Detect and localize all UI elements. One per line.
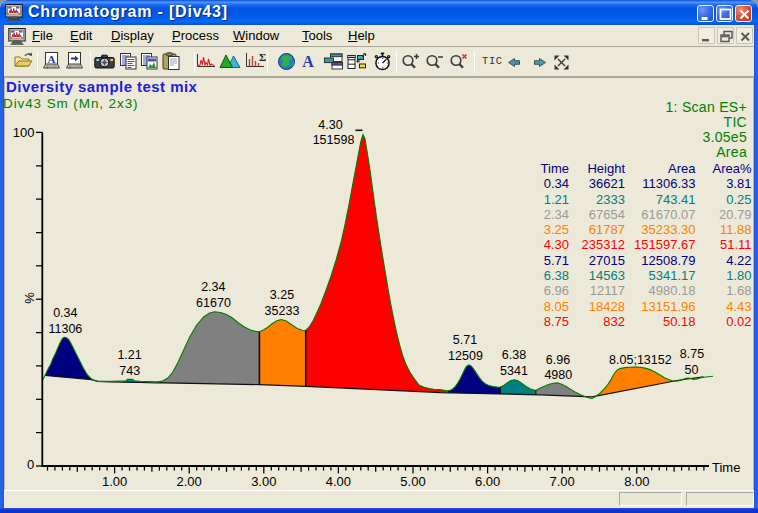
svg-text:7.00: 7.00	[550, 474, 575, 489]
svg-text:50: 50	[685, 363, 699, 377]
svg-text:5.00: 5.00	[400, 474, 425, 489]
svg-text:5341: 5341	[500, 364, 528, 378]
svg-text:0: 0	[27, 457, 34, 472]
svg-text:743: 743	[119, 364, 140, 378]
svg-text:6.00: 6.00	[475, 474, 500, 489]
svg-text:12509: 12509	[448, 349, 483, 363]
svg-text:3.00: 3.00	[251, 474, 276, 489]
svg-text:4.00: 4.00	[326, 474, 351, 489]
svg-text:11306: 11306	[48, 322, 82, 336]
svg-text:151598: 151598	[313, 133, 355, 147]
svg-text:6.38: 6.38	[502, 348, 526, 362]
svg-text:8.00: 8.00	[624, 474, 649, 489]
svg-text:35233: 35233	[265, 304, 300, 318]
svg-text:100: 100	[13, 125, 35, 140]
svg-text:A: A	[302, 53, 314, 70]
svg-text:2.00: 2.00	[177, 474, 202, 489]
svg-text:0.34: 0.34	[53, 306, 77, 320]
svg-text:%: %	[22, 292, 37, 304]
svg-text:A: A	[48, 53, 56, 65]
svg-text:Time: Time	[712, 460, 740, 475]
svg-text:1.21: 1.21	[117, 348, 141, 362]
svg-text:Σ: Σ	[259, 52, 266, 63]
svg-text:8.05;13152: 8.05;13152	[609, 353, 672, 367]
svg-text:8.75: 8.75	[680, 347, 704, 361]
svg-text:2.34: 2.34	[201, 280, 225, 294]
svg-text:1.00: 1.00	[102, 474, 127, 489]
svg-text:4.30: 4.30	[318, 118, 342, 132]
svg-text:5.71: 5.71	[453, 333, 477, 347]
svg-text:4980: 4980	[544, 368, 572, 382]
svg-text:6.96: 6.96	[546, 353, 570, 367]
svg-text:61670: 61670	[196, 296, 231, 310]
svg-text:3.25: 3.25	[270, 288, 294, 302]
